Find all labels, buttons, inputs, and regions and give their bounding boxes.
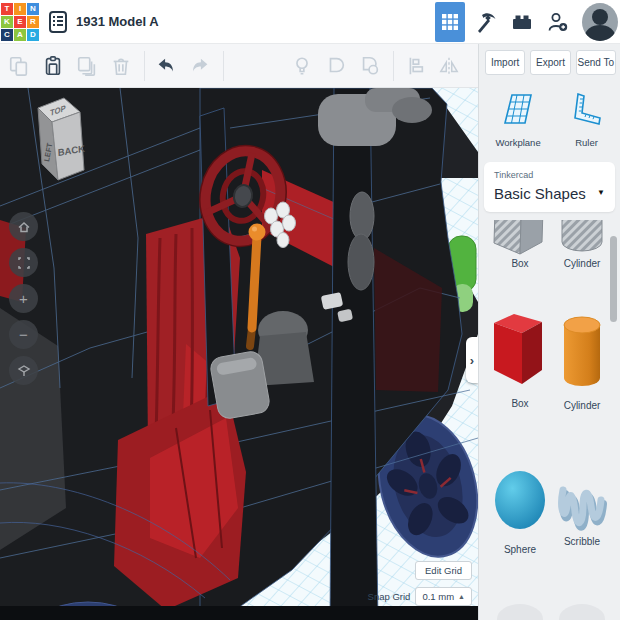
next-shape-hint (497, 604, 543, 620)
undo-icon[interactable] (153, 52, 179, 80)
toolbar-separator (144, 51, 145, 81)
group-icon[interactable] (323, 52, 349, 80)
workplane-icon (501, 91, 535, 131)
scrollbar-track (610, 230, 617, 610)
blocks-editor-button[interactable] (435, 2, 465, 42)
copy-icon[interactable] (6, 52, 32, 80)
home-view-button[interactable] (9, 212, 38, 241)
shape-scribble[interactable]: Scribble (551, 478, 613, 547)
ungroup-icon[interactable] (357, 52, 383, 80)
shape-label: Scribble (564, 536, 600, 547)
caret-down-icon: ▼ (597, 188, 605, 197)
shape-label: Cylinder (564, 258, 601, 269)
shape-label: Cylinder (564, 400, 601, 411)
shape-box-hole[interactable]: Box (489, 220, 551, 269)
editor-column: TOP BACK LEFT (0, 44, 478, 620)
workplane-label: Workplane (495, 137, 540, 148)
tinkercad-app: T I N K E R C A D 1931 Model A (0, 0, 620, 620)
ruler-icon (570, 91, 604, 131)
sphere-thumb (491, 468, 549, 534)
logo-tile: A (14, 29, 26, 41)
pedal-box-gray (209, 350, 271, 420)
panel-tools: Workplane Ruler (479, 81, 620, 156)
orange-cylinder-thumb (558, 314, 606, 390)
design-title[interactable]: 1931 Model A (76, 14, 159, 29)
zoom-out-button[interactable]: − (9, 320, 38, 349)
zoom-in-button[interactable]: + (9, 284, 38, 313)
tinkercad-logo[interactable]: T I N K E R C A D (1, 3, 41, 43)
hole-box-thumb (492, 220, 548, 258)
red-box-thumb (492, 310, 548, 390)
snap-grid-value: 0.1 mm (422, 591, 454, 602)
snap-grid-label: Snap Grid (368, 591, 411, 602)
door-handle-gray (348, 192, 374, 290)
snap-grid-dropdown[interactable]: 0.1 mm ▲ (415, 587, 472, 606)
scribble-thumb (555, 478, 609, 532)
snap-grid-row: Snap Grid 0.1 mm ▲ (368, 587, 472, 606)
scrollbar-thumb[interactable] (610, 236, 617, 322)
logo-tile: K (1, 16, 13, 28)
delete-icon[interactable] (108, 52, 134, 80)
collaborate-icon[interactable] (543, 3, 573, 41)
frame-pillar-right (330, 88, 378, 620)
shape-label: Box (511, 258, 528, 269)
logo-tile: R (27, 16, 39, 28)
minecraft-export-icon[interactable] (471, 3, 501, 41)
perspective-toggle-button[interactable] (9, 356, 38, 385)
viewport-canvas[interactable]: TOP BACK LEFT (0, 88, 478, 620)
library-brand-label: Tinkercad (494, 170, 605, 180)
car-hood-edge (0, 606, 478, 620)
redo-icon[interactable] (187, 52, 213, 80)
grid-controls: Edit Grid Snap Grid 0.1 mm ▲ (368, 561, 472, 606)
toolbar (0, 44, 478, 88)
import-button[interactable]: Import (485, 50, 525, 75)
brick-export-icon[interactable] (507, 3, 537, 41)
panel-actions: Import Export Send To (479, 44, 620, 81)
shape-cylinder-solid[interactable]: Cylinder (551, 314, 613, 411)
toolbar-right-group (289, 51, 470, 81)
next-shape-hint (559, 604, 605, 620)
logo-tile: C (1, 29, 13, 41)
shape-library-dropdown[interactable]: Tinkercad Basic Shapes ▼ (484, 162, 615, 212)
shape-sphere[interactable]: Sphere (489, 468, 551, 555)
ruler-tool[interactable]: Ruler (570, 91, 604, 148)
main: TOP BACK LEFT (0, 44, 620, 620)
export-button[interactable]: Export (530, 50, 570, 75)
design-properties-icon[interactable] (48, 11, 68, 33)
show-all-icon[interactable] (289, 52, 315, 80)
shapes-panel: Import Export Send To Workplane (478, 44, 620, 620)
toolbar-separator (393, 51, 394, 81)
chevron-right-icon: › (470, 353, 474, 368)
shape-cylinder-hole[interactable]: Cylinder (551, 220, 613, 269)
mirror-icon[interactable] (436, 52, 462, 80)
shapes-gallery: Box Cylinder Box (479, 220, 620, 620)
header: T I N K E R C A D 1931 Model A (0, 0, 620, 44)
ruler-label: Ruler (575, 137, 598, 148)
edit-grid-button[interactable]: Edit Grid (415, 561, 472, 580)
align-icon[interactable] (402, 52, 428, 80)
library-selected-category: Basic Shapes (494, 185, 605, 202)
caret-up-icon: ▲ (458, 593, 465, 600)
paste-icon[interactable] (40, 52, 66, 80)
panel-collapse-handle[interactable]: › (466, 337, 478, 383)
logo-tile: T (1, 3, 13, 15)
workplane-tool[interactable]: Workplane (495, 91, 540, 148)
header-actions (432, 0, 620, 44)
shape-label: Box (511, 398, 528, 409)
duplicate-icon[interactable] (74, 52, 100, 80)
fit-view-button[interactable] (9, 248, 38, 277)
avatar[interactable] (582, 3, 618, 41)
view-nav-controls: + − (9, 212, 38, 392)
logo-tile: D (27, 29, 39, 41)
logo-tile: I (14, 3, 26, 15)
send-to-button[interactable]: Send To (576, 50, 616, 75)
hole-cylinder-thumb (556, 220, 608, 258)
shape-label: Sphere (504, 544, 536, 555)
logo-tile: N (27, 3, 39, 15)
avatar-silhouette (592, 9, 608, 25)
toolbar-separator (223, 51, 224, 81)
view-cube[interactable]: TOP BACK LEFT (14, 94, 90, 196)
logo-tile: E (14, 16, 26, 28)
shape-box-solid[interactable]: Box (489, 310, 551, 409)
